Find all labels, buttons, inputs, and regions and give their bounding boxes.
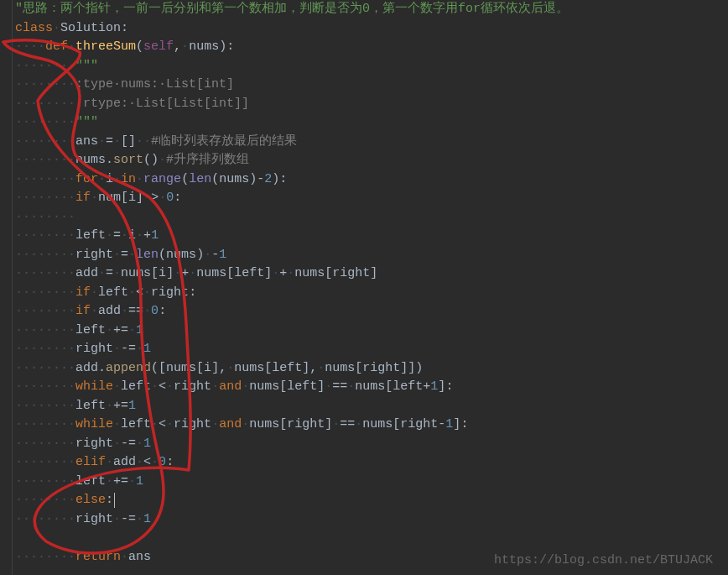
code-line[interactable]: ········ if·add·==·0: xyxy=(0,302,728,321)
token-num: 1 xyxy=(128,397,136,416)
indent-whitespace: ········ xyxy=(15,208,75,227)
indent-whitespace: ········ xyxy=(15,548,75,567)
code-line[interactable]: "思路：两个指针，一前一后分别和第一个数相加，判断是否为0，第一个数字用for循… xyxy=(0,0,728,19)
token-builtin: len xyxy=(189,170,211,190)
token-num: 1 xyxy=(143,510,151,530)
token-ws: · xyxy=(136,453,143,473)
token-kw: def xyxy=(45,38,68,57)
code-line[interactable]: ········""" xyxy=(0,57,728,76)
code-line[interactable]: ········ right·=·len(nums)·-1 xyxy=(0,246,728,265)
code-line[interactable]: ········ xyxy=(0,208,728,227)
token-ws: · xyxy=(332,416,340,435)
code-line[interactable]: ········ if·left·<·right: xyxy=(0,284,728,303)
indent-whitespace: ········ xyxy=(15,378,75,397)
token-id: right xyxy=(332,264,370,284)
token-br: ( xyxy=(181,170,189,190)
token-ws: · xyxy=(242,378,249,397)
code-line[interactable]: ········ else: xyxy=(0,491,728,510)
token-ws: · xyxy=(91,284,98,303)
token-br: [ xyxy=(385,378,393,397)
token-id: left xyxy=(393,378,423,397)
code-line[interactable]: class·Solution: xyxy=(0,19,728,39)
token-id: nums xyxy=(362,416,393,435)
code-line[interactable] xyxy=(0,529,728,548)
token-ws: · xyxy=(136,227,143,246)
token-ws: · xyxy=(317,359,325,379)
token-br: [ xyxy=(355,359,362,379)
code-line[interactable]: ········ left·+=1 xyxy=(0,397,728,416)
code-line[interactable]: ········nums.sort()·#升序排列数组 xyxy=(0,151,728,170)
code-line[interactable]: ········ right·-=·1 xyxy=(0,510,728,530)
code-line[interactable]: ········ while·left·<·right·and·nums[rig… xyxy=(0,416,728,435)
token-op: = xyxy=(106,133,113,152)
token-id: i xyxy=(128,189,136,208)
code-line[interactable]: ········ add·=·nums[i]·+·nums[left]·+·nu… xyxy=(0,264,728,284)
token-self: self xyxy=(143,38,174,57)
token-id: add xyxy=(98,302,121,321)
token-id: left xyxy=(234,264,264,284)
token-op: -= xyxy=(121,510,136,530)
indent-whitespace: ········ xyxy=(15,95,75,114)
indent-whitespace: ········ xyxy=(15,76,75,95)
token-ws: · xyxy=(166,378,174,397)
code-line[interactable]: ········ if·num[i]·>·0: xyxy=(0,189,728,208)
token-ws: · xyxy=(136,435,143,454)
token-kw: class xyxy=(15,19,53,39)
code-line[interactable]: ········ right·-=·1 xyxy=(0,340,728,359)
token-op: == xyxy=(128,302,143,321)
token-op: : xyxy=(166,453,174,473)
token-ws: · xyxy=(211,378,219,397)
code-editor[interactable]: "思路：两个指针，一前一后分别和第一个数相加，判断是否为0，第一个数字用for循… xyxy=(0,0,728,575)
token-id: left xyxy=(75,227,106,246)
token-op: + xyxy=(423,378,430,397)
token-op: + xyxy=(143,227,151,246)
indent-whitespace: ········ xyxy=(15,302,75,321)
code-line[interactable]: ········ans·=·[]··#临时列表存放最后的结果 xyxy=(0,133,728,152)
indent-whitespace: ········ xyxy=(15,340,75,359)
code-line[interactable]: ········ left·+=·1 xyxy=(0,321,728,341)
indent-whitespace: ········ xyxy=(15,227,75,246)
indent-whitespace: ········ xyxy=(15,57,75,76)
token-ws: · xyxy=(143,284,151,303)
code-line[interactable]: ········ left·=·i·+1 xyxy=(0,227,728,246)
token-kw: and xyxy=(219,378,242,397)
token-br: ) xyxy=(272,170,279,190)
token-kw: else xyxy=(75,491,106,510)
token-id: left xyxy=(75,321,106,341)
token-num: 1 xyxy=(143,340,151,359)
token-id: ans xyxy=(128,548,151,567)
token-id: nums xyxy=(219,170,249,190)
code-line[interactable]: ········""" xyxy=(0,113,728,133)
token-ws: · xyxy=(272,264,279,284)
token-id: left xyxy=(98,284,128,303)
code-line[interactable]: ········ right·-=·1 xyxy=(0,435,728,454)
token-num: 1 xyxy=(136,473,143,492)
token-ws: · xyxy=(113,435,121,454)
token-op: + xyxy=(279,264,287,284)
token-br: [ xyxy=(196,359,204,379)
token-op: + xyxy=(181,264,189,284)
token-br: [ xyxy=(226,264,234,284)
token-op: - xyxy=(257,170,264,190)
code-line[interactable]: ········for·i·in·range(len(nums)-2): xyxy=(0,170,728,190)
code-line[interactable]: ····def·threeSum(self,·nums): xyxy=(0,38,728,57)
token-num: 0 xyxy=(166,189,174,208)
indent-whitespace: ········ xyxy=(15,453,75,473)
code-line[interactable]: ········ elif·add·<·0: xyxy=(0,453,728,473)
token-id: num xyxy=(98,189,121,208)
code-line[interactable]: ········ while·left·<·right·and·nums[lef… xyxy=(0,378,728,397)
token-id: add xyxy=(75,359,98,379)
code-line[interactable]: ········:type·nums:·List[int] xyxy=(0,76,728,95)
token-num: 1 xyxy=(143,435,151,454)
token-id: i xyxy=(128,227,136,246)
token-br: ] xyxy=(166,264,174,284)
code-line[interactable]: ········ add.append([nums[i],·nums[left]… xyxy=(0,359,728,379)
code-line[interactable]: ········ left·+=·1 xyxy=(0,473,728,492)
token-br: ] xyxy=(370,264,377,284)
code-line[interactable]: ········:rtype:·List[List[int]] xyxy=(0,95,728,114)
token-id: nums xyxy=(75,151,106,170)
token-id: nums xyxy=(196,264,226,284)
token-num: 1 xyxy=(445,416,453,435)
token-ws: · xyxy=(113,246,121,265)
token-br: ( xyxy=(211,170,219,190)
